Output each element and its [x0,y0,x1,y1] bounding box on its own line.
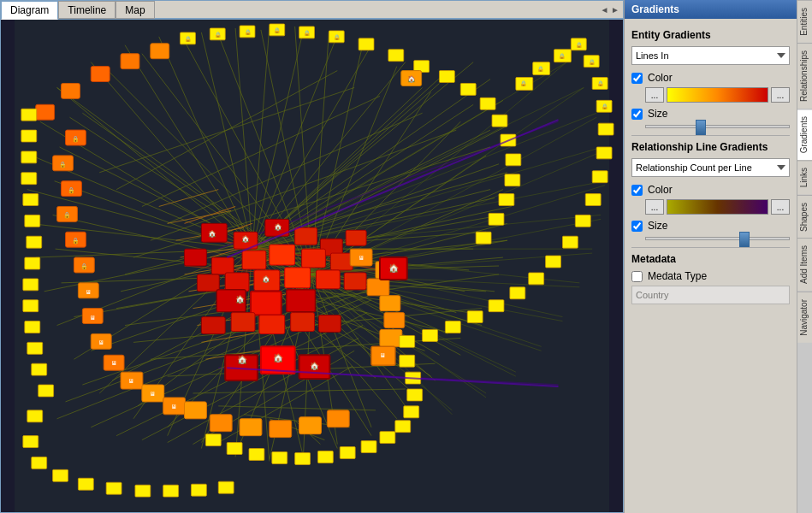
svg-rect-313 [23,436,39,448]
entity-gradients-title: Entity Gradients [631,29,790,41]
entity-color-checkbox-row: Color [631,72,790,84]
vertical-tab-shapes[interactable]: Shapes [797,195,812,239]
svg-rect-311 [39,385,54,397]
svg-text:🏠: 🏠 [237,354,248,365]
svg-rect-239 [299,417,322,434]
entity-size-slider-thumb[interactable] [696,120,706,135]
entity-size-checkbox[interactable] [631,109,643,120]
vertical-tab-links[interactable]: Links [797,160,812,194]
relationship-color-left-btn[interactable]: ... [645,199,664,215]
vertical-tab-gradients[interactable]: Gradients [797,109,812,160]
svg-text:🏠: 🏠 [241,234,250,243]
relationship-size-checkbox-row: Size [631,220,790,232]
svg-text:🔒: 🔒 [304,30,311,37]
svg-rect-228 [151,44,169,59]
svg-rect-190 [344,273,366,290]
svg-text:🔒: 🔒 [520,80,527,87]
relationship-gradient-dropdown[interactable]: Relationship Count per Line Line Weight … [631,158,790,177]
svg-rect-274 [489,213,504,225]
svg-rect-275 [476,232,491,244]
tab-map[interactable]: Map [116,1,154,19]
svg-rect-197 [291,313,315,332]
svg-rect-238 [270,421,292,438]
diagram-canvas[interactable]: 🏠 🏠 🏠 🏠 🏠 🏠 🏠 🏠 [1,20,623,512]
panel-content: Entity Gradients Lines In Lines Out All … [625,19,797,513]
gradients-title-text: Gradients [631,3,679,15]
svg-rect-328 [27,236,42,248]
network-graph: 🏠 🏠 🏠 🏠 🏠 🏠 🏠 🏠 [1,20,623,512]
svg-text:🔒: 🔒 [559,53,566,60]
svg-text:🔒: 🔒 [59,161,67,168]
svg-text:🔒: 🔒 [72,135,80,143]
svg-rect-186 [225,273,249,292]
entity-dropdown-row: Lines In Lines Out All Lines [631,46,790,65]
svg-rect-189 [316,270,340,289]
svg-rect-292 [489,300,504,312]
svg-rect-263 [359,38,374,50]
svg-rect-303 [361,441,376,453]
svg-rect-320 [191,484,206,496]
svg-text:🔒: 🔒 [597,80,604,87]
entity-color-checkbox[interactable] [631,73,643,84]
svg-rect-299 [407,389,423,401]
svg-rect-227 [121,54,139,69]
svg-rect-188 [285,268,311,288]
svg-rect-195 [231,313,255,332]
svg-rect-182 [270,245,295,265]
relationship-color-gradient[interactable] [667,199,768,215]
svg-text:🔒: 🔒 [589,59,596,66]
svg-text:🔒: 🔒 [537,66,544,73]
metadata-type-checkbox[interactable] [631,271,643,282]
svg-rect-300 [404,406,419,418]
vertical-tab-navigator[interactable]: Navigator [797,292,812,343]
entity-color-left-btn[interactable]: ... [645,87,664,103]
relationship-size-slider-row [645,237,790,240]
svg-rect-331 [23,300,39,312]
svg-rect-224 [36,104,55,120]
svg-text:🔒: 🔒 [274,27,281,34]
svg-rect-323 [21,130,37,142]
svg-rect-304 [340,447,355,459]
vertical-tab-relationships[interactable]: Relationships [797,43,812,109]
tab-bar: Diagram Timeline Map ◄ ► [1,1,623,20]
svg-rect-284 [596,147,612,159]
svg-rect-324 [21,151,37,163]
entity-size-slider-track [645,125,790,128]
entity-color-right-btn[interactable]: ... [771,87,790,103]
svg-rect-223 [185,402,207,419]
svg-rect-269 [492,115,507,127]
relationship-size-slider-thumb[interactable] [739,232,750,247]
svg-rect-226 [91,67,110,82]
vertical-tab-additems[interactable]: Add Items [797,238,812,291]
svg-rect-225 [62,83,80,98]
relationship-dropdown-row: Relationship Count per Line Line Weight … [631,158,790,177]
svg-rect-268 [480,97,495,109]
svg-rect-178 [346,230,366,245]
tab-diagram[interactable]: Diagram [1,1,58,20]
svg-text:🔒: 🔒 [68,186,75,194]
relationship-color-right-btn[interactable]: ... [771,199,790,215]
svg-rect-180 [211,257,234,274]
svg-rect-312 [27,410,43,422]
svg-rect-237 [240,419,262,436]
relationship-color-checkbox[interactable] [631,185,643,196]
entity-gradient-dropdown[interactable]: Lines In Lines Out All Lines [631,46,790,65]
vertical-tab-entities[interactable]: Entities [797,0,812,43]
divider-2 [631,247,790,248]
svg-text:🖥: 🖥 [171,404,177,410]
svg-rect-264 [388,50,404,62]
svg-rect-289 [546,256,561,268]
tab-timeline[interactable]: Timeline [58,1,116,19]
relationship-size-label: Size [648,220,667,232]
svg-rect-310 [205,434,221,446]
entity-color-gradient[interactable] [667,87,768,103]
tab-navigation-arrows[interactable]: ◄ ► [596,1,623,19]
svg-rect-236 [210,415,232,432]
svg-rect-321 [218,481,234,493]
relationship-size-checkbox[interactable] [631,221,643,232]
svg-text:🖥: 🖥 [86,289,92,295]
relationship-size-slider-track [645,237,790,240]
svg-rect-231 [367,279,389,296]
svg-text:🔒: 🔒 [334,34,341,41]
svg-rect-302 [380,432,395,444]
